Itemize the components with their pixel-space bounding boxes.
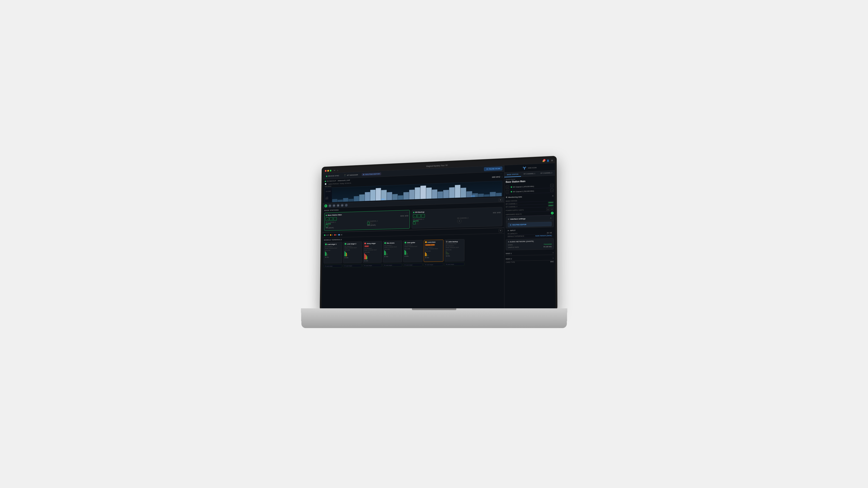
svg-line-1 — [523, 167, 524, 168]
terminal-john-guitar: John guitar RF Channel 1BASE STATION TES… — [403, 240, 423, 262]
monitoring-icon: ⚙ — [505, 196, 507, 198]
add-transport-btn[interactable]: + — [498, 198, 502, 202]
ch2-nav-prev[interactable]: ← — [505, 190, 509, 194]
ch2-nav-next[interactable]: → — [550, 189, 554, 192]
meter-bar — [385, 251, 385, 255]
meter-group-6 — [425, 252, 428, 256]
madi2-section: MADI 2 ∧ CARD TYPE BNC — [505, 256, 554, 263]
terminal-header-7: John backup — [446, 240, 463, 243]
ans-collapse-icon: ∧ — [508, 241, 509, 243]
monitoring-section: ⚙ Monitoring data ∧ BASE STATION RF CHAN… — [505, 195, 554, 217]
meter-bar-dim — [446, 252, 447, 254]
terminal-level-7: ⬇ 57% — [446, 255, 463, 257]
backup-ch2-info: RF CHANNEL 2 + — [457, 216, 500, 224]
mic-line-label-5: MIC/LINE — [404, 248, 421, 250]
backup-add-channel-btn[interactable]: + — [457, 219, 461, 223]
meter-bar-y — [366, 255, 366, 259]
madi2-header[interactable]: MADI 2 ∧ — [505, 256, 554, 261]
right-panel-content: Device Name Base Station Main ← RF Chann… — [504, 175, 556, 309]
spec-bar — [478, 194, 484, 197]
station-active-dot — [326, 215, 327, 216]
ans-header: ∧ AUDIO NETWORK (DANTE) — [508, 240, 552, 243]
meter-bar-dim — [327, 253, 327, 256]
ch-box-d: D — [329, 217, 333, 221]
meter-bar-y — [425, 252, 426, 256]
meter-bar-dim — [447, 253, 448, 254]
terminal-meters-4 — [384, 250, 401, 255]
terminal-status-icon-7 — [446, 241, 447, 243]
audio-network-section: ∧ AUDIO NETWORK (DANTE) STATE Connected … — [505, 238, 554, 250]
terminal-mini-3: ⬆ Lead singer — [363, 263, 381, 267]
svg-line-2 — [524, 167, 526, 168]
meter-bar-y — [426, 253, 426, 256]
spec-bar — [461, 188, 466, 198]
green-dot-indicator — [324, 234, 326, 236]
terminal-status-icon-6 — [425, 241, 427, 243]
pause-icon: ⏸ — [486, 168, 488, 170]
rf2-marker: RF2 — [471, 195, 475, 197]
spec-bar — [449, 188, 455, 198]
default-interface-row: DEFAULT INTERFACE Audio Network (Dante) — [507, 234, 552, 238]
terminal-level-6: ⬇ 57% — [425, 256, 442, 258]
routing-editor-button[interactable]: ⊞ ROUTING EDITOR — [508, 222, 552, 227]
play-btn[interactable]: ▶ — [324, 204, 327, 207]
capacity-label: 33/32 — [400, 215, 404, 219]
signal-loss-badge: SIGNAL LOSS — [425, 244, 435, 246]
backup-ch-d: D — [417, 214, 421, 218]
terminal-level-1: ⬇ 37% — [325, 256, 341, 258]
terminal-header-1: Lead singer 1 — [325, 243, 341, 245]
home-icon[interactable]: ⌂ — [337, 169, 338, 171]
terminal-status-icon-5 — [404, 242, 406, 243]
terminal-mini-1: ⬆ Lead singer — [323, 264, 342, 268]
fullscreen-button[interactable] — [330, 170, 331, 171]
terminal-sub-7: RF Channel 1BASE STATION TEST — [446, 245, 463, 249]
meter-group-4 — [384, 250, 388, 255]
meter-group-7 — [446, 251, 449, 254]
input-collapse-icon: ⊳ — [507, 230, 509, 232]
spec-bar — [409, 190, 414, 199]
terminal-meters-6 — [425, 252, 442, 256]
sm-box-a: A — [326, 225, 328, 227]
capacity-label2: 18/32 — [405, 215, 408, 219]
spec-bar — [414, 187, 420, 199]
terminal-sub-3: RF Channel 1BASE STATION TEST — [364, 247, 381, 251]
close-button[interactable] — [325, 170, 326, 172]
ch-box-a: A — [326, 217, 329, 221]
main-content: DEVICE SYNC 📱 MT MANAGER ⊞ ROUTING EDITO… — [321, 163, 556, 309]
terminal-level-5: ⬇ 57% — [404, 255, 421, 257]
right-panel: HIDE SCAN BASE STATION RF CHANNEL 1 — [504, 163, 556, 309]
madi1-header[interactable]: MADI 1 ∨ — [505, 251, 554, 256]
prev-btn[interactable]: ⏮ — [328, 204, 331, 207]
minimize-button[interactable] — [327, 170, 329, 171]
add-status-btn[interactable]: + — [498, 229, 502, 233]
status-green: 115 — [324, 234, 329, 236]
meter-bar — [367, 256, 367, 259]
station-more-btn[interactable]: ⋯ — [406, 212, 408, 214]
terminal-mini-7: ⬆ Lead singer — [444, 262, 464, 266]
spec-bar — [437, 191, 443, 198]
spec-bar — [432, 189, 437, 198]
svg-line-4 — [524, 167, 526, 168]
terminal-sub-1: RF Channel 1BASE STATION TEST — [325, 246, 341, 250]
meter-bar — [325, 252, 326, 256]
laptop-base — [301, 308, 567, 328]
mic-line-label-4: MIC/LINE — [384, 248, 401, 250]
backup-active-dot — [413, 212, 414, 213]
terminal-sub-5: RF Channel 1BASE STATION TEST — [404, 244, 421, 248]
meter-bar — [326, 253, 326, 256]
terminal-level-3: ⬇ 57% — [364, 260, 380, 262]
terminal-sub-4: RF Channel 1BASE STATION TEST — [384, 244, 401, 248]
routing-editor-icon: ⊞ — [510, 224, 512, 226]
terminal-header-6: Laura bass — [425, 241, 442, 243]
backup-cap1: 8/32 — [493, 212, 496, 216]
meter-group-1 — [325, 252, 328, 256]
edit-icon: ✏ — [334, 169, 335, 171]
madi1-section: MADI 1 ∨ — [505, 251, 554, 256]
meter-bar-dim — [427, 254, 427, 256]
terminal-lead-singer-1: Lead singer 1 RF Channel 1BASE STATION T… — [323, 242, 342, 263]
workspace: DEVICE SYNC 📱 MT MANAGER ⊞ ROUTING EDITO… — [321, 165, 504, 309]
backup-ch-g: G — [421, 214, 425, 218]
terminal-mini-6: ⬆ Lead singer — [424, 263, 443, 266]
spec-bar — [420, 186, 426, 199]
terminal-header-3: Jenny singer — [364, 242, 381, 244]
